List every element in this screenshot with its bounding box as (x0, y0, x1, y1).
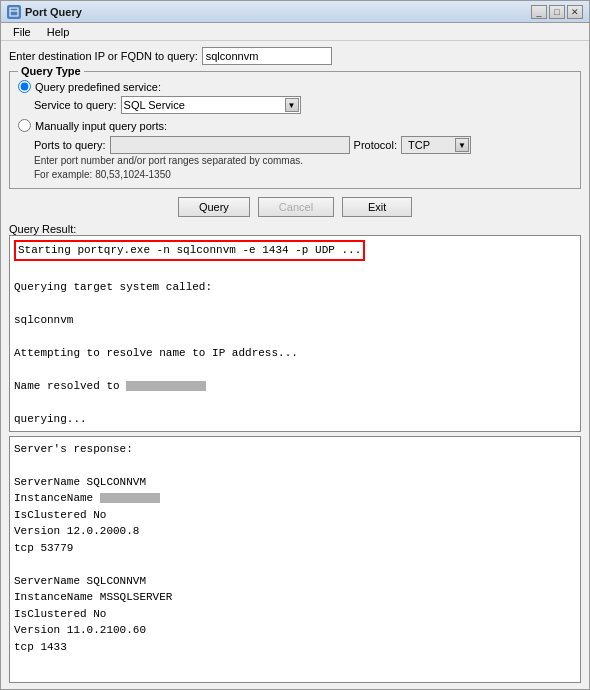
result-line (14, 296, 576, 313)
destination-input[interactable] (202, 47, 332, 65)
result-line: IsClustered No (14, 507, 576, 524)
result-line: tcp 1433 (14, 639, 576, 656)
protocol-label: Protocol: (354, 139, 397, 151)
result-pane-2[interactable]: Server's response: ServerName SQLCONNVM … (9, 436, 581, 683)
predefined-radio-row: Query predefined service: (18, 80, 572, 93)
two-panes: Starting portqry.exe -n sqlconnvm -e 143… (9, 235, 581, 683)
result-line (14, 428, 576, 432)
destination-row: Enter destination IP or FQDN to query: (9, 47, 581, 65)
query-type-group: Query Type Query predefined service: Ser… (9, 71, 581, 189)
title-bar: Port Query _ □ ✕ (1, 1, 589, 23)
result-pane-1[interactable]: Starting portqry.exe -n sqlconnvm -e 143… (9, 235, 581, 432)
result-line: Name resolved to (14, 378, 576, 395)
manual-radio-row: Manually input query ports: (18, 119, 572, 132)
result-line: InstanceName (14, 490, 576, 507)
result-line: ServerName SQLCONNVM (14, 573, 576, 590)
service-select-wrapper: SQL Service ▼ (121, 96, 301, 114)
result-line (14, 556, 576, 573)
result-line (14, 263, 576, 280)
menu-help[interactable]: Help (39, 24, 78, 40)
hint-line1: Enter port number and/or port ranges sep… (34, 154, 572, 168)
result-line (14, 672, 576, 683)
highlight-span-1: Starting portqry.exe -n sqlconnvm -e 143… (14, 240, 365, 261)
service-select[interactable]: SQL Service (121, 96, 301, 114)
ports-row: Ports to query: Protocol: TCP UDP ▼ (34, 136, 572, 154)
hint-text: Enter port number and/or port ranges sep… (34, 154, 572, 182)
result-area: Query Result: Starting portqry.exe -n sq… (9, 223, 581, 683)
result-line: Server's response: (14, 441, 576, 458)
protocol-select[interactable]: TCP UDP (401, 136, 471, 154)
result-line: Version 12.0.2000.8 (14, 523, 576, 540)
ports-input[interactable] (110, 136, 350, 154)
manual-radio[interactable] (18, 119, 31, 132)
redacted-ip (126, 381, 206, 391)
query-type-label: Query Type (18, 65, 84, 77)
result-line: InstanceName MSSQLSERVER (14, 589, 576, 606)
main-content: Enter destination IP or FQDN to query: Q… (1, 41, 589, 689)
protocol-select-wrapper: TCP UDP ▼ (401, 136, 471, 154)
predefined-radio[interactable] (18, 80, 31, 93)
result-line: querying... (14, 411, 576, 428)
result-line (14, 655, 576, 672)
menu-file[interactable]: File (5, 24, 39, 40)
svg-rect-0 (10, 8, 18, 16)
hint-line2: For example: 80,53,1024-1350 (34, 168, 572, 182)
minimize-button[interactable]: _ (531, 5, 547, 19)
ports-label: Ports to query: (34, 139, 106, 151)
menu-bar: File Help (1, 23, 589, 41)
result-line (14, 395, 576, 412)
predefined-radio-label: Query predefined service: (35, 81, 161, 93)
cancel-button[interactable]: Cancel (258, 197, 334, 217)
result-line: Querying target system called: (14, 279, 576, 296)
result-line: Version 11.0.2100.60 (14, 622, 576, 639)
result-line (14, 457, 576, 474)
buttons-row: Query Cancel Exit (9, 197, 581, 217)
window-controls: _ □ ✕ (531, 5, 583, 19)
app-icon (7, 5, 21, 19)
query-result-label: Query Result: (9, 223, 581, 235)
manual-radio-label: Manually input query ports: (35, 120, 167, 132)
service-label: Service to query: (34, 99, 117, 111)
window-title: Port Query (25, 6, 531, 18)
result-line-highlight: Starting portqry.exe -n sqlconnvm -e 143… (14, 240, 576, 261)
maximize-button[interactable]: □ (549, 5, 565, 19)
close-button[interactable]: ✕ (567, 5, 583, 19)
result-line: ServerName SQLCONNVM (14, 474, 576, 491)
result-line (14, 329, 576, 346)
result-line (14, 362, 576, 379)
result-line: IsClustered No (14, 606, 576, 623)
main-window: Port Query _ □ ✕ File Help Enter destina… (0, 0, 590, 690)
result-line: Attempting to resolve name to IP address… (14, 345, 576, 362)
destination-label: Enter destination IP or FQDN to query: (9, 50, 198, 62)
result-line: sqlconnvm (14, 312, 576, 329)
exit-button[interactable]: Exit (342, 197, 412, 217)
result-line: tcp 53779 (14, 540, 576, 557)
query-button[interactable]: Query (178, 197, 250, 217)
service-row: Service to query: SQL Service ▼ (34, 96, 572, 114)
redacted-instance1 (100, 493, 160, 503)
